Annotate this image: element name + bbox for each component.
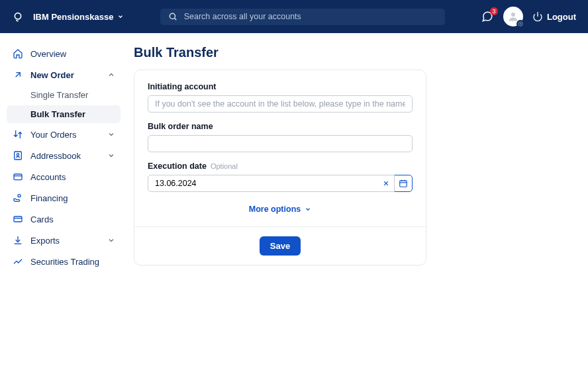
avatar-settings-badge [516,20,524,28]
logout-label: Logout [547,12,576,22]
header-actions: 3 Logout [481,7,576,26]
sidebar-item-securities-trading[interactable]: Securities Trading [7,252,121,271]
sidebar: Overview New Order Single Transfer Bulk … [0,33,127,378]
chevron-down-icon [107,236,115,244]
sidebar-item-label: Cards [30,214,54,224]
avatar[interactable] [503,7,523,26]
sidebar-item-overview[interactable]: Overview [7,44,121,64]
sidebar-item-label: Exports [30,236,60,246]
sidebar-item-exports[interactable]: Exports [7,230,121,250]
send-icon [12,69,24,81]
optional-hint: Optional [211,162,238,170]
execution-date-input-wrap [148,175,395,192]
sidebar-item-label: Bulk Transfer [30,109,85,119]
brand-logo [12,11,24,23]
bulk-transfer-card: Initiating account Bulk order name Execu… [134,70,426,265]
tenant-switcher[interactable]: IBM Pensionskasse [33,12,124,22]
clear-date-button[interactable] [383,180,389,187]
chart-icon [12,256,24,267]
chevron-down-icon [305,206,311,213]
execution-date-row [148,175,413,192]
bulk-order-name-input[interactable] [148,135,413,152]
sidebar-item-new-order[interactable]: New Order [7,65,121,85]
svg-rect-14 [400,181,407,187]
sidebar-item-label: Financing [30,193,68,203]
hand-coin-icon [12,192,24,204]
chevron-up-icon [107,71,115,79]
sidebar-item-label: Your Orders [30,130,77,140]
more-options-row: More options [148,203,413,214]
execution-date-group: Execution date Optional [148,162,413,192]
save-button[interactable]: Save [260,236,301,256]
svg-rect-8 [14,174,22,180]
initiating-account-input[interactable] [148,95,413,113]
svg-point-0 [15,13,21,19]
card-icon [12,213,24,225]
sidebar-item-label: Addressbook [30,151,81,161]
svg-point-3 [520,23,521,24]
date-picker-button[interactable] [394,175,413,192]
home-icon [12,48,24,60]
sidebar-item-single-transfer[interactable]: Single Transfer [7,86,121,104]
initiating-account-group: Initiating account [148,82,413,113]
sidebar-item-accounts[interactable]: Accounts [7,167,121,187]
svg-point-9 [18,195,21,197]
card-body: Initiating account Bulk order name Execu… [134,70,426,226]
more-options-label: More options [249,205,301,214]
search-icon [168,12,177,21]
bulk-order-name-label: Bulk order name [148,122,413,131]
sidebar-item-cards[interactable]: Cards [7,209,121,229]
execution-date-label: Execution date Optional [148,162,413,171]
chevron-down-icon [107,130,115,138]
gear-icon [518,21,523,26]
app-header: IBM Pensionskasse 3 Logout [0,0,588,33]
notifications-button[interactable]: 3 [481,10,494,23]
notification-badge: 3 [490,7,498,15]
power-icon [532,11,543,22]
svg-rect-10 [14,216,22,222]
main-content: Bulk Transfer Initiating account Bulk or… [127,33,588,378]
sidebar-item-bulk-transfer[interactable]: Bulk Transfer [7,105,121,123]
search-wrap [124,9,481,25]
svg-line-5 [16,73,21,77]
chevron-down-icon [117,13,124,20]
svg-point-2 [511,13,515,17]
execution-date-label-text: Execution date [148,162,207,171]
more-options-toggle[interactable]: More options [249,205,311,214]
sidebar-item-label: Overview [30,49,66,59]
logout-button[interactable]: Logout [532,11,576,22]
svg-point-1 [170,13,175,19]
bulk-order-name-group: Bulk order name [148,122,413,152]
initiating-account-label: Initiating account [148,82,413,91]
sidebar-item-label: Securities Trading [30,257,99,267]
search-input[interactable] [184,12,437,21]
download-icon [12,234,24,246]
sidebar-item-addressbook[interactable]: Addressbook [7,146,121,165]
addressbook-icon [12,150,24,162]
card-footer: Save [134,226,426,265]
layout: Overview New Order Single Transfer Bulk … [0,33,588,378]
close-icon [383,180,389,187]
wallet-icon [12,171,24,183]
sidebar-item-financing[interactable]: Financing [7,188,121,208]
svg-point-7 [17,154,19,156]
execution-date-input[interactable] [148,175,395,192]
global-search[interactable] [160,9,445,25]
sidebar-item-label: Single Transfer [30,90,88,100]
page-title: Bulk Transfer [134,45,562,60]
sidebar-item-label: Accounts [30,172,66,182]
chevron-down-icon [107,152,115,160]
sidebar-item-label: New Order [30,70,74,80]
tenant-name: IBM Pensionskasse [33,12,113,22]
calendar-icon [399,179,408,188]
swap-icon [12,128,24,140]
sidebar-item-your-orders[interactable]: Your Orders [7,124,121,144]
